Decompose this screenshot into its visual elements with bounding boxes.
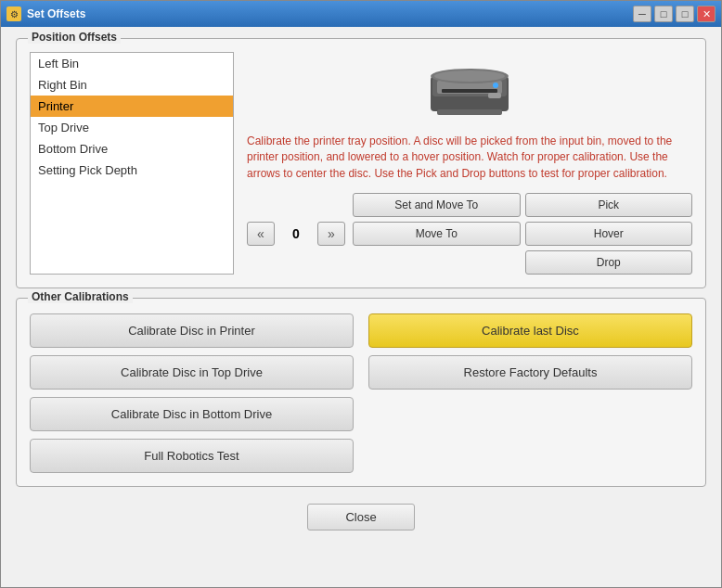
- calib-btn-full-robotics-test[interactable]: Full Robotics Test: [30, 439, 354, 473]
- window-controls: ─ □ □ ✕: [633, 6, 716, 22]
- other-calibrations-label: Other Calibrations: [28, 290, 133, 303]
- list-item-top-drive[interactable]: Top Drive: [31, 117, 233, 138]
- calib-btn-calibrate-disc-in-bottom-drive[interactable]: Calibrate Disc in Bottom Drive: [30, 397, 354, 431]
- svg-rect-3: [442, 89, 497, 93]
- right-calibration-buttons: Calibrate last DiscRestore Factory Defau…: [368, 313, 692, 473]
- pick-button[interactable]: Pick: [525, 193, 693, 217]
- minimize-button[interactable]: ─: [633, 6, 651, 22]
- other-calibrations-group: Other Calibrations Calibrate Disc in Pri…: [16, 298, 706, 487]
- move-to-button[interactable]: Move To: [353, 222, 521, 246]
- window-title: Set Offsets: [27, 7, 633, 20]
- list-item-bottom-drive[interactable]: Bottom Drive: [31, 138, 233, 160]
- hover-button[interactable]: Hover: [525, 222, 693, 246]
- printer-svg: [423, 58, 516, 121]
- right-arrow-button[interactable]: »: [317, 222, 345, 246]
- calib-btn-calibrate-disc-in-top-drive[interactable]: Calibrate Disc in Top Drive: [30, 355, 354, 390]
- close-button[interactable]: ✕: [697, 6, 716, 22]
- description-text: Calibrate the printer tray position. A d…: [247, 134, 692, 182]
- position-list[interactable]: Left BinRight BinPrinterTop DriveBottom …: [30, 52, 234, 275]
- value-display: 0: [282, 226, 310, 241]
- calib-btn-calibrate-last-disc[interactable]: Calibrate last Disc: [368, 313, 692, 348]
- right-panel: Calibrate the printer tray position. A d…: [247, 52, 692, 275]
- calibrations-content: Calibrate Disc in PrinterCalibrate Disc …: [30, 313, 692, 473]
- position-offsets-group: Position Offsets Left BinRight BinPrinte…: [16, 38, 706, 288]
- action-buttons-grid: Set and Move To Pick Move To Hover Drop: [353, 193, 692, 275]
- window-icon: ⚙: [6, 6, 21, 21]
- svg-rect-4: [437, 109, 502, 115]
- restore-button[interactable]: □: [654, 6, 673, 22]
- left-arrow-button[interactable]: «: [247, 222, 275, 246]
- list-item-left-bin[interactable]: Left Bin: [31, 53, 233, 74]
- close-window-button[interactable]: Close: [307, 504, 414, 530]
- position-offsets-content: Left BinRight BinPrinterTop DriveBottom …: [30, 52, 692, 275]
- main-window: ⚙ Set Offsets ─ □ □ ✕ Position Offsets L…: [0, 0, 722, 588]
- maximize-button[interactable]: □: [676, 6, 694, 22]
- position-offsets-label: Position Offsets: [28, 31, 121, 44]
- left-calibration-buttons: Calibrate Disc in PrinterCalibrate Disc …: [30, 313, 354, 473]
- list-item-printer[interactable]: Printer: [31, 96, 233, 117]
- svg-point-7: [493, 83, 498, 88]
- calib-btn-calibrate-disc-in-printer[interactable]: Calibrate Disc in Printer: [30, 313, 354, 348]
- list-item-right-bin[interactable]: Right Bin: [31, 74, 233, 96]
- set-and-move-button[interactable]: Set and Move To: [353, 193, 521, 217]
- window-content: Position Offsets Left BinRight BinPrinte…: [1, 27, 721, 587]
- svg-rect-8: [488, 93, 501, 98]
- title-bar: ⚙ Set Offsets ─ □ □ ✕: [1, 1, 721, 27]
- svg-point-6: [434, 70, 505, 82]
- drop-button[interactable]: Drop: [525, 250, 693, 275]
- calib-btn-restore-factory-defaults[interactable]: Restore Factory Defaults: [368, 355, 692, 390]
- bottom-bar: Close: [16, 496, 706, 538]
- printer-image: [247, 52, 692, 126]
- controls-row: « 0 » Set and Move To Pick Move To Hover…: [247, 193, 692, 275]
- list-item-setting-pick-depth[interactable]: Setting Pick Depth: [31, 160, 233, 181]
